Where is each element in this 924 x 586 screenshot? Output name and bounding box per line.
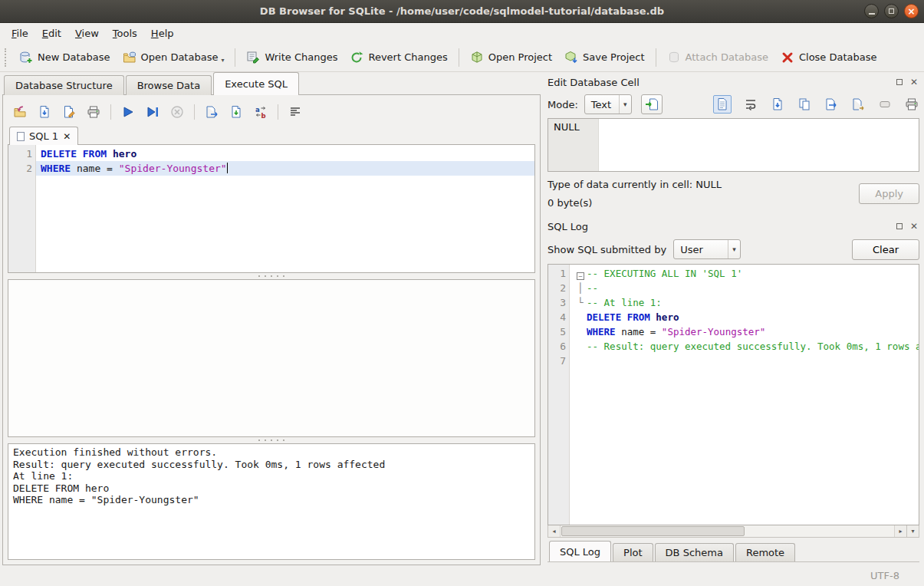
execute-all-button[interactable] [120,104,136,120]
statusbar: UTF-8 [0,565,924,586]
write-changes-button[interactable]: Write Changes [240,48,344,67]
close-tab-icon[interactable]: ✕ [63,131,71,142]
mode-label: Mode: [547,99,578,110]
scroll-right-icon[interactable]: ▸ [894,525,906,537]
print-cell-button[interactable] [904,97,919,112]
code-line: -- Result: query executed successfully. … [570,339,919,354]
toolbar-button-label: Open Database [141,51,219,63]
titlebar[interactable]: DB Browser for SQLite - /home/user/code/… [0,0,924,23]
right-panel: Edit Database Cell ✕ Mode: Text ▾ NULL [541,72,924,565]
fold-guide: └ [574,295,587,310]
dock-float-button[interactable] [894,221,905,232]
line-number-gutter: 12 [8,145,36,272]
format-sql-button[interactable] [288,104,303,120]
revert-changes-button[interactable]: Revert Changes [344,48,453,67]
open-project-button[interactable]: Open Project [464,48,558,67]
dropdown-arrow-icon[interactable]: ▾ [221,57,224,64]
scroll-track[interactable] [561,525,894,537]
text-mode-button[interactable] [713,95,732,114]
svg-text:a: a [255,106,260,114]
menu-tools[interactable]: Tools [106,25,144,42]
save-sql-file-as-icon [62,105,76,119]
text-caret [227,163,229,173]
sql-doc-tab[interactable]: SQL 1 ✕ [9,127,78,145]
import-cell-contents-button[interactable] [824,97,839,112]
chevron-down-icon: ▾ [619,95,631,114]
open-sql-file-button[interactable] [12,104,28,120]
dock-close-button[interactable]: ✕ [909,221,919,232]
find-replace-icon: ab [254,105,268,119]
cell-icon-toolbar [641,94,919,114]
app-window: DB Browser for SQLite - /home/user/code/… [0,0,924,586]
tab-browse-data[interactable]: Browse Data [126,75,212,95]
splitter-handle[interactable] [8,273,535,279]
close-database-button[interactable]: Close Database [774,48,883,67]
mode-select-value: Text [591,99,619,110]
menu-help[interactable]: Help [144,25,181,42]
dock-close-button[interactable]: ✕ [909,77,919,87]
execute-current-line-icon [146,105,159,119]
results-grid[interactable] [8,279,535,437]
sql-log-dock-title: SQL Log [547,221,890,232]
tab-sql-log[interactable]: SQL Log [549,541,611,561]
word-wrap-button[interactable] [743,97,758,112]
splitter-handle[interactable] [8,437,535,443]
export-results-button[interactable] [204,104,219,120]
toolbar-button-label: Open Project [488,51,552,63]
scroll-down-icon[interactable]: ▾ [906,525,919,537]
stop-execution-icon [170,105,184,119]
apply-button: Apply [859,183,919,204]
sql-editor[interactable]: 12DELETE FROM heroWHERE name = "Spider-Y… [8,144,535,273]
mode-select[interactable]: Text ▾ [584,94,632,114]
open-external-button[interactable] [850,97,866,112]
copy-cell-contents-button[interactable] [797,97,812,112]
set-null-button[interactable] [877,97,893,112]
tab-db-schema[interactable]: DB Schema [655,543,734,561]
scroll-left-icon[interactable]: ◂ [548,525,561,537]
open-database-button[interactable]: Open Database▾ [117,48,231,67]
sql-log-view[interactable]: 1234567−-- EXECUTING ALL IN 'SQL 1'│--└-… [547,264,919,525]
find-replace-button[interactable]: ab [253,104,268,120]
export-cell-contents-icon [771,97,784,111]
menu-edit[interactable]: Edit [35,25,68,42]
tab-plot[interactable]: Plot [613,543,653,561]
save-project-button[interactable]: Save Project [558,48,651,67]
minimize-button[interactable] [864,4,879,18]
cell-mode-row: Mode: Text ▾ [547,91,919,118]
stop-execution-button [169,104,185,120]
code-line: WHERE name = "Spider-Youngster" [570,324,919,339]
cell-type-info: Type of data currently in cell: NULL [547,179,859,190]
execute-current-line-button[interactable] [145,104,160,120]
log-horizontal-scrollbar[interactable]: ◂ ▸ ▾ [547,525,919,538]
save-sql-file-as-button[interactable] [61,104,77,120]
tab-database-structure[interactable]: Database Structure [4,75,124,95]
new-database-button[interactable]: New Database [13,48,117,67]
scroll-thumb[interactable] [561,526,745,536]
save-results-icon [229,105,243,119]
maximize-button[interactable] [884,4,899,18]
menu-view[interactable]: View [68,25,106,42]
save-results-button[interactable] [229,104,244,120]
toolbar-button-label: Attach Database [686,51,768,63]
dock-float-button[interactable] [894,77,905,87]
toolbar-handle[interactable] [5,48,8,67]
log-filter-label: Show SQL submitted by [547,244,666,255]
export-cell-contents-button[interactable] [770,97,785,112]
sql-toolbar: ab [8,100,535,124]
menu-file[interactable]: File [5,25,35,42]
save-sql-file-button[interactable] [37,104,52,120]
close-button[interactable]: × [904,4,919,18]
fold-collapse-icon[interactable]: − [577,272,584,280]
open-external-icon [851,97,865,111]
cell-editor[interactable]: NULL [547,118,919,172]
print-button[interactable] [86,104,101,120]
main-toolbar: New DatabaseOpen Database▾Write ChangesR… [0,43,924,72]
cell-info-row: Type of data currently in cell: NULL 0 b… [547,172,919,212]
float-icon [896,223,903,229]
tab-remote[interactable]: Remote [735,543,795,561]
log-filter-select[interactable]: User ▾ [673,239,741,259]
tab-execute-sql[interactable]: Execute SQL [213,72,299,95]
clear-log-button[interactable]: Clear [852,239,919,260]
import-data-button[interactable] [641,94,663,114]
toolbar-button-label: New Database [38,51,110,63]
